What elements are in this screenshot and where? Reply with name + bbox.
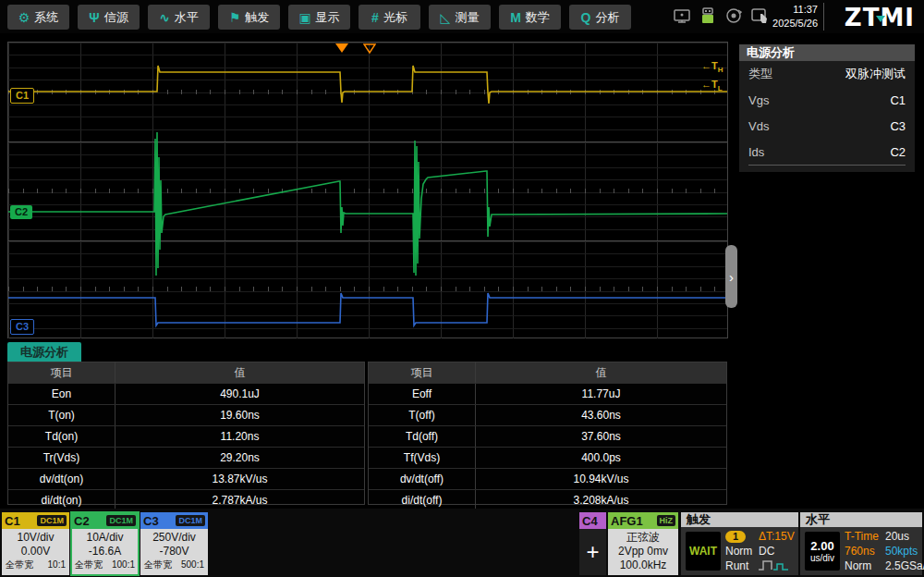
toolbar-button-system[interactable]: ⚙系统: [7, 5, 69, 30]
table-header-row: 项目值: [369, 362, 726, 384]
table-row: Eoff11.77uJ: [369, 384, 726, 405]
offset-value: -16.6A: [71, 545, 139, 559]
table-cell: 11.20ns: [116, 426, 364, 447]
toolbar-button-label: 测量: [455, 9, 479, 26]
usb-icon: [699, 6, 717, 25]
panel-row-label: Ids: [748, 145, 764, 159]
afg-frequency: 100.0kHz: [608, 559, 678, 572]
table-row: di/dt(on)2.787kA/us: [8, 490, 364, 510]
coupling-badge: DC1M: [176, 515, 205, 526]
trigger-state: WAIT: [686, 532, 721, 571]
table-cell: 11.77uJ: [476, 384, 726, 404]
table-cell: 13.87kV/us: [116, 469, 364, 489]
panel-row-Ids[interactable]: IdsC2: [739, 139, 915, 165]
sample-rate: 2.5GSa/s: [885, 559, 924, 572]
panel-row-Vds[interactable]: VdsC3: [739, 113, 915, 139]
trigger-mode: Norm: [725, 545, 759, 558]
panel-expand-handle[interactable]: ›: [725, 245, 737, 308]
table-cell: 29.20ns: [116, 448, 364, 468]
trigger-position-marker-icon[interactable]: [363, 43, 376, 54]
status-bar: C1 DC1M 10V/div 0.00V 全带宽10:1 C2 DC1M 10…: [0, 509, 924, 577]
waveform-grid: C1 C2 C3 ←TH ←TL: [7, 42, 728, 338]
table-header-cell: 值: [476, 362, 726, 383]
trigger-status-tile[interactable]: 触发 WAIT 1 ΔT:15V Norm DC Runt: [681, 512, 798, 575]
toolbar-button-source[interactable]: Ψ信源: [78, 5, 140, 30]
results-table-on: 项目值Eon490.1uJT(on)19.60nsTd(on)11.20nsTr…: [7, 362, 365, 505]
toolbar-button-label: 分析: [595, 9, 619, 26]
horizontal-status-tile[interactable]: 水平 2.00 us/div T-Time 20us 760ns 50kpts …: [800, 512, 922, 575]
cursor-icon: #: [371, 11, 379, 24]
table-cell: Tr(Vds): [8, 448, 116, 468]
oscilloscope-screen: ⚙系统Ψ信源∿水平⚑触发▣显示#光标◺测量M数学Q分析 11:37 2025/5…: [0, 0, 924, 577]
panel-row-value: C2: [890, 145, 906, 159]
record-length: 50kpts: [885, 545, 924, 558]
table-header-cell: 项目: [369, 362, 476, 383]
channel-label-c3[interactable]: C3: [10, 319, 34, 335]
panel-row-类型[interactable]: 类型双脉冲测试: [739, 61, 915, 87]
status-icons: [673, 6, 769, 25]
panel-row-label: 类型: [748, 66, 772, 82]
table-cell: 400.0ps: [476, 448, 726, 468]
table-cell: T(off): [369, 405, 476, 425]
coupling-badge: DC1M: [106, 515, 136, 526]
toolbar-button-horizontal[interactable]: ∿水平: [148, 5, 210, 30]
trace-c3: [8, 293, 727, 325]
table-cell: 2.787kA/us: [116, 490, 364, 510]
analysis-icon: Q: [581, 11, 591, 24]
top-toolbar: ⚙系统Ψ信源∿水平⚑触发▣显示#光标◺测量M数学Q分析 11:37 2025/5…: [0, 0, 924, 33]
channel-tile-c4[interactable]: C4 +: [579, 512, 606, 575]
trigger-level-high-label: ←TH: [701, 60, 723, 74]
panel-row-Vgs[interactable]: VgsC1: [739, 87, 915, 113]
table-cell: Td(on): [8, 426, 116, 447]
table-cell: 43.60ns: [476, 405, 726, 425]
coupling-badge: DC1M: [37, 515, 67, 526]
offset-value: -780V: [140, 545, 208, 559]
table-cell: 10.94kV/us: [476, 469, 726, 489]
trigger-source-badge: 1: [725, 531, 746, 543]
t-time-value: 20us: [885, 530, 924, 543]
power-analysis-panel: 电源分析 类型双脉冲测试VgsC1VdsC3IdsC2: [739, 44, 915, 172]
system-icon: ⚙: [18, 11, 30, 24]
acquisition-mode: Norm: [845, 559, 885, 572]
afg-waveform: 正弦波: [608, 531, 678, 545]
table-cell: di/dt(on): [8, 490, 116, 510]
toolbar-button-cursor[interactable]: #光标: [359, 5, 420, 30]
touch-rotate-icon: [724, 6, 743, 25]
toolbar-button-trigger[interactable]: ⚑触发: [218, 5, 280, 30]
scale-value: 250V/div: [140, 531, 208, 545]
logo-triangle-icon: [876, 16, 885, 22]
channel-tile-c3[interactable]: C3 DC1M 250V/div -780V 全带宽500:1: [140, 512, 208, 575]
table-cell: Eon: [8, 384, 116, 404]
channel-tile-c2[interactable]: C2 DC1M 10A/div -16.6A 全带宽100:1: [71, 512, 139, 575]
horizontal-delay-marker-icon[interactable]: [335, 43, 348, 53]
toolbar-button-analysis[interactable]: Q分析: [569, 5, 631, 30]
measure-icon: ◺: [441, 11, 451, 24]
panel-row-value: C1: [890, 93, 906, 107]
table-header-row: 项目值: [8, 362, 364, 384]
table-row: dv/dt(on)13.87kV/us: [8, 469, 364, 490]
afg-tile[interactable]: AFG1 HiZ 正弦波 2Vpp 0mv 100.0kHz: [608, 512, 678, 575]
add-channel-button[interactable]: +: [579, 529, 606, 575]
table-cell: dv/dt(off): [369, 469, 476, 489]
delay-value: 760ns: [845, 545, 885, 558]
toolbar-button-label: 显示: [316, 9, 340, 26]
waveform-traces: [8, 43, 727, 338]
tab-power-analysis[interactable]: 电源分析: [7, 342, 81, 362]
toolbar-button-label: 信源: [104, 9, 128, 26]
toolbar-button-display[interactable]: ▣显示: [288, 5, 350, 30]
trigger-level-low-label: ←TL: [701, 79, 723, 92]
timebase-box: 2.00 us/div: [805, 532, 840, 571]
trigger-type: Runt: [725, 559, 759, 572]
channel-label-c1[interactable]: C1: [10, 88, 34, 104]
toolbar-button-math[interactable]: M数学: [499, 5, 561, 30]
channel-tile-c1[interactable]: C1 DC1M 10V/div 0.00V 全带宽10:1: [2, 512, 69, 575]
table-row: dv/dt(off)10.94kV/us: [369, 469, 726, 490]
toolbar-buttons: ⚙系统Ψ信源∿水平⚑触发▣显示#光标◺测量M数学Q分析: [7, 5, 631, 30]
horizontal-icon: ∿: [159, 11, 170, 24]
table-row: Tf(Vds)400.0ps: [369, 448, 726, 469]
channel-label-c2[interactable]: C2: [10, 205, 32, 219]
panel-row-label: Vgs: [748, 93, 769, 107]
table-row: T(off)43.60ns: [369, 405, 726, 426]
trigger-coupling: DC: [759, 545, 796, 558]
toolbar-button-measure[interactable]: ◺测量: [429, 5, 491, 30]
